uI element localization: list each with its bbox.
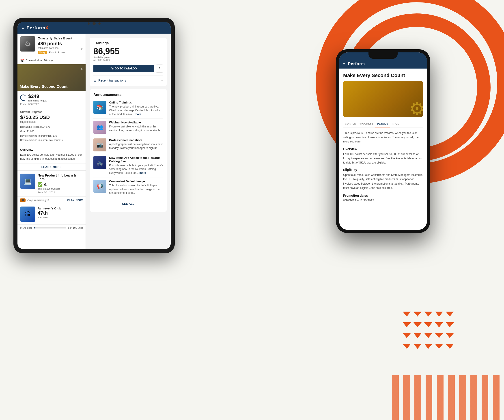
- phone-hamburger-icon[interactable]: ≡: [343, 62, 345, 66]
- right-panel: Earnings 86,955 Available points as of 8…: [86, 34, 171, 249]
- promo-card-header: ⚙ Quarterly Sales Event 480 points estim…: [18, 34, 86, 57]
- phone-promotion-dates-title: Promotion dates: [343, 194, 423, 197]
- plays-remaining: ⬛ Plays remaining: 3: [20, 198, 49, 202]
- trainings-thumbnail: 📚: [93, 101, 106, 114]
- transactions-label: Recent transactions: [98, 79, 159, 82]
- webinar-text: If you weren't able to watch this month'…: [109, 125, 163, 132]
- game-card[interactable]: 💻 New Product Info Learn & Earn ✅ 4 game…: [18, 171, 86, 204]
- announcement-item-catalog[interactable]: 🚲 New Items Are Added to the Rewards Cat…: [93, 154, 163, 177]
- promo-thumbnail: ⚙: [20, 36, 35, 52]
- play-now-button[interactable]: PLAY NOW: [67, 199, 83, 202]
- achiever-card-footer: 5% to goal 5 of 100 units: [18, 224, 86, 231]
- progress-row: $249 remaining to goal: [20, 93, 83, 102]
- announcement-item-default[interactable]: 📢 Convenient Default Image This illustra…: [93, 177, 163, 197]
- progress-stats: Remaining to goal: $249.75 Goal: $1,000 …: [20, 125, 83, 143]
- featured-amount: $249: [28, 93, 47, 99]
- achiever-rank: 47th: [38, 210, 83, 216]
- achiever-progress-end: 5 of 100 units: [68, 227, 83, 229]
- announcement-item-headshots[interactable]: 📷 Professional Headshots A photographer …: [93, 136, 163, 154]
- tablet-camera-dot: [88, 22, 90, 25]
- hamburger-menu-icon[interactable]: ≡: [22, 25, 24, 30]
- promo-hurry-row: Hurry Ends in 9 days: [38, 51, 83, 54]
- more-options-button[interactable]: ⋮: [156, 65, 163, 72]
- headshots-title: Professional Headshots: [109, 138, 163, 142]
- achiever-thumbnail: 🏛: [20, 207, 35, 222]
- default-content: Convenient Default Image This illustrati…: [109, 180, 163, 195]
- promo-estimated: estimated earnings: [38, 47, 83, 49]
- achiever-progress-bar: 5% to goal 5 of 100 units: [20, 227, 83, 229]
- ends-text: Ends in 9 days: [49, 51, 65, 54]
- recent-transactions-row[interactable]: ☰ Recent transactions ∨: [93, 75, 163, 82]
- claim-window-text: Claim window: 30 days: [26, 59, 53, 62]
- earnings-as-of: as of 8/14/2022: [93, 59, 163, 61]
- phone-promotion-dates: Promotion dates 8/10/2022 – 12/30/2022: [343, 194, 423, 202]
- earnings-title: Earnings: [93, 41, 163, 45]
- current-progress-label: Current Progress: [20, 110, 83, 114]
- achiever-rank-label: your rank: [38, 216, 83, 219]
- hurry-badge: Hurry: [38, 51, 47, 54]
- trainings-more-link[interactable]: more: [135, 113, 141, 116]
- plays-remaining-text: Plays remaining: 3: [27, 199, 49, 202]
- phone-main-title: Make Every Second Count: [343, 72, 423, 78]
- game-awarded-label: game plays awarded: [38, 187, 83, 190]
- tablet-camera-lens: [92, 22, 96, 25]
- phone-eligibility-title: Eligibility: [343, 168, 423, 172]
- phone-screen: ≡ Perform Make Every Second Count ⚙ CURR…: [339, 52, 427, 230]
- game-info: New Product Info Learn & Earn ✅ 4 game p…: [38, 174, 83, 194]
- tab-current-progress[interactable]: CURRENT PROGRESS: [343, 120, 375, 127]
- make-every-second-count-card[interactable]: Make Every Second Count ∧ $249 remaining…: [18, 64, 86, 171]
- game-ends-text: Ends 8/31/2022: [38, 191, 83, 194]
- phone-content: Make Every Second Count ⚙ CURRENT PROGRE…: [339, 69, 427, 230]
- catalog-title: New Items Are Added to the Rewards Catal…: [109, 156, 163, 163]
- featured-chevron-icon: ∧: [81, 67, 83, 71]
- overview-section: Overview Earn 100 points per sale after …: [18, 145, 86, 163]
- claim-window: 📅 Claim window: 30 days: [18, 57, 86, 64]
- tablet-camera-bar: [88, 22, 101, 25]
- headshots-thumbnail: 📷: [93, 138, 106, 151]
- tab-details[interactable]: DETAILS: [375, 120, 390, 127]
- stat-goal: Goal: $1,000: [20, 129, 83, 134]
- see-all-button[interactable]: SEE ALL: [93, 199, 163, 208]
- default-text: This illustration is used by default. It…: [109, 184, 163, 195]
- featured-card-body: $249 remaining to goal Ends 12/30/2022: [18, 91, 86, 108]
- featured-card-image: Make Every Second Count: [18, 64, 86, 91]
- phone-device: ≡ Perform Make Every Second Count ⚙ CURR…: [336, 49, 430, 233]
- current-progress-section: Current Progress $750.25 USD eligible sa…: [18, 108, 86, 145]
- catalog-more-link[interactable]: more: [139, 171, 146, 174]
- catalog-button-label: GO TO CATALOG: [115, 67, 137, 70]
- overview-text: Earn 100 points per sale after you sell …: [20, 153, 83, 161]
- announcements-section: Announcements 📚 Online Trainings The new…: [90, 89, 167, 212]
- stat-days-period: Days remaining in current pay period: 7: [20, 138, 83, 143]
- go-to-catalog-button[interactable]: 🛍 GO TO CATALOG: [93, 65, 154, 72]
- tablet-screen: ≡ PerformX ⚙ Quarterly Sales Event 480 p…: [18, 22, 171, 249]
- laptop-icon: 💻: [24, 178, 32, 185]
- progress-circle-icon: [20, 95, 26, 101]
- learn-more-button[interactable]: LEARN MORE: [18, 163, 86, 170]
- phone-overview-text: Earn 100 points per sale after you sell …: [343, 152, 423, 165]
- announcement-item-trainings[interactable]: 📚 Online Trainings The new product train…: [93, 99, 163, 119]
- phone-overview-title: Overview: [343, 147, 423, 151]
- tab-prod[interactable]: PROD: [390, 120, 401, 127]
- megaphone-icon: 📢: [96, 183, 103, 189]
- achiever-info: Achiever's Club 47th your rank: [38, 207, 83, 219]
- orange-chevrons-decoration: [403, 312, 455, 353]
- tablet-device: ≡ PerformX ⚙ Quarterly Sales Event 480 p…: [13, 18, 175, 253]
- game-plays-row: ✅ 4: [38, 182, 83, 187]
- phone-promotion-dates-range: 8/10/2022 – 12/30/2022: [343, 199, 423, 202]
- catalog-content: New Items Are Added to the Rewards Catal…: [109, 156, 163, 175]
- promo-info: Quarterly Sales Event 480 points estimat…: [38, 36, 83, 54]
- featured-card-title: Make Every Second Count: [20, 84, 68, 89]
- default-thumbnail: 📢: [93, 180, 106, 193]
- promo-title: Quarterly Sales Event: [38, 36, 83, 40]
- achiever-progress-start: 5% to goal: [20, 227, 32, 229]
- phone-details-intro: Time is precious… and so are the rewards…: [343, 131, 423, 144]
- announcement-item-webinar[interactable]: 👥 Webinar Now Available If you weren't a…: [93, 119, 163, 136]
- phone-logo: Perform: [348, 62, 365, 66]
- achiever-card-header: 🏛 Achiever's Club 47th your rank: [18, 204, 86, 224]
- featured-ends-text: Ends 12/30/2022: [20, 103, 83, 106]
- catalog-text: Points burning a hole in your pocket? Th…: [109, 163, 163, 175]
- quarterly-sales-promo-card[interactable]: ⚙ Quarterly Sales Event 480 points estim…: [18, 34, 86, 64]
- stat-days-promo: Days remaining in promotion: 139: [20, 134, 83, 138]
- transactions-icon: ☰: [93, 78, 96, 82]
- achievers-club-card[interactable]: 🏛 Achiever's Club 47th your rank 5% to g…: [18, 204, 86, 231]
